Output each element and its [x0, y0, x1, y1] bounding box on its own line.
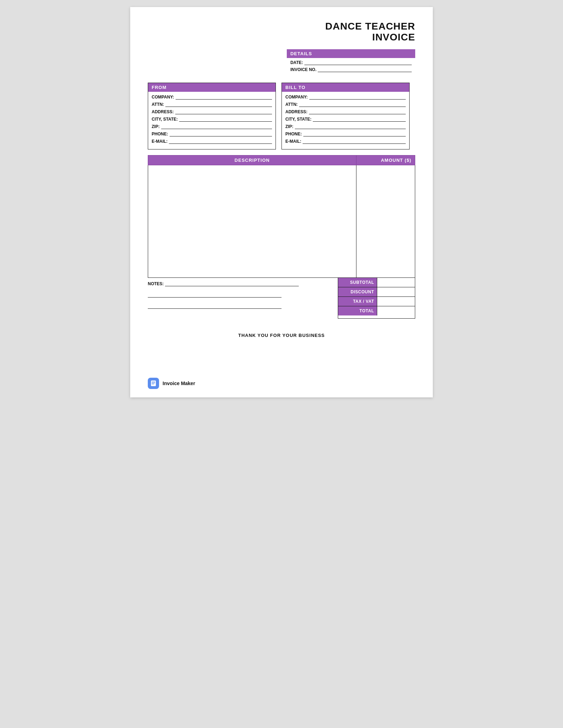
- details-section: DETAILS DATE: INVOICE NO.: [287, 49, 415, 76]
- invoice-no-row: INVOICE NO.: [290, 67, 412, 72]
- billto-zip-underline: [295, 124, 406, 129]
- invoice-page: DANCE TEACHER INVOICE DETAILS DATE: INVO…: [130, 7, 433, 397]
- total-label: TOTAL: [338, 306, 377, 315]
- billto-address-label: ADDRESS:: [285, 109, 308, 114]
- billto-zip-row: ZIP:: [285, 124, 406, 129]
- billto-box: BILL TO COMPANY: ATTN: ADDRESS: CITY, ST…: [282, 83, 410, 149]
- from-billto-section: FROM COMPANY: ATTN: ADDRESS: CITY, STATE…: [148, 83, 415, 149]
- discount-row: DISCOUNT: [338, 287, 415, 297]
- notes-label: NOTES:: [148, 281, 164, 286]
- billto-company-row: COMPANY:: [285, 95, 406, 100]
- tax-row: TAX / VAT: [338, 297, 415, 306]
- billto-email-underline: [303, 139, 406, 144]
- from-email-label: E-MAIL:: [152, 139, 167, 144]
- from-address-row: ADDRESS:: [152, 109, 272, 114]
- subtotal-row: SUBTOTAL: [338, 278, 415, 287]
- table-header-row: DESCRIPTION AMOUNT ($): [148, 155, 415, 165]
- billto-phone-label: PHONE:: [285, 132, 302, 136]
- billto-attn-label: ATTN:: [285, 102, 298, 107]
- app-name: Invoice Maker: [163, 381, 195, 386]
- subtotal-value: [377, 278, 415, 287]
- billto-phone-underline: [303, 132, 406, 136]
- from-phone-label: PHONE:: [152, 132, 168, 136]
- from-attn-underline: [165, 102, 272, 107]
- from-address-label: ADDRESS:: [152, 109, 174, 114]
- notes-underline: [165, 281, 299, 286]
- invoice-table: DESCRIPTION AMOUNT ($): [148, 155, 415, 278]
- totals-box: SUBTOTAL DISCOUNT TAX / VAT TOTAL: [338, 278, 415, 319]
- thank-you-text: THANK YOU FOR YOUR BUSINESS: [148, 333, 415, 338]
- from-company-underline: [176, 95, 272, 100]
- from-company-label: COMPANY:: [152, 95, 174, 100]
- billto-attn-underline: [299, 102, 406, 107]
- billto-phone-row: PHONE:: [285, 132, 406, 136]
- date-underline: [304, 60, 412, 65]
- title-line2: INVOICE: [372, 32, 415, 43]
- footer: Invoice Maker: [148, 378, 195, 389]
- from-phone-row: PHONE:: [152, 132, 272, 136]
- details-body: DATE: INVOICE NO.: [287, 58, 415, 76]
- from-citystate-underline: [179, 117, 272, 122]
- total-value: [377, 306, 415, 315]
- billto-address-underline: [309, 109, 406, 114]
- billto-address-row: ADDRESS:: [285, 109, 406, 114]
- billto-company-underline: [309, 95, 406, 100]
- notes-area: NOTES:: [148, 278, 338, 319]
- from-phone-underline: [170, 132, 272, 136]
- invoice-no-label: INVOICE NO.: [290, 67, 316, 72]
- from-body: COMPANY: ATTN: ADDRESS: CITY, STATE: ZIP…: [148, 92, 276, 149]
- svg-rect-0: [151, 381, 156, 386]
- svg-rect-3: [152, 384, 154, 384]
- subtotal-label: SUBTOTAL: [338, 278, 377, 287]
- discount-label: DISCOUNT: [338, 287, 377, 296]
- from-citystate-row: CITY, STATE:: [152, 117, 272, 122]
- svg-rect-2: [152, 383, 155, 383]
- billto-zip-label: ZIP:: [285, 124, 293, 129]
- from-email-underline: [169, 139, 272, 144]
- amt-cell: [356, 165, 415, 277]
- notes-blank-1: [148, 293, 282, 298]
- billto-header: BILL TO: [282, 83, 409, 92]
- from-box: FROM COMPANY: ATTN: ADDRESS: CITY, STATE…: [148, 83, 276, 149]
- notes-blank-2: [148, 304, 282, 309]
- from-company-row: COMPANY:: [152, 95, 272, 100]
- details-header: DETAILS: [287, 49, 415, 58]
- from-email-row: E-MAIL:: [152, 139, 272, 144]
- from-attn-row: ATTN:: [152, 102, 272, 107]
- from-address-underline: [175, 109, 272, 114]
- from-zip-underline: [161, 124, 272, 129]
- from-zip-label: ZIP:: [152, 124, 160, 129]
- date-row: DATE:: [290, 60, 412, 65]
- invoice-maker-icon: [150, 380, 157, 387]
- desc-cell: [148, 165, 356, 277]
- billto-attn-row: ATTN:: [285, 102, 406, 107]
- table-body-row: [148, 165, 415, 277]
- svg-rect-1: [152, 382, 155, 382]
- bottom-section: NOTES: SUBTOTAL DISCOUNT TAX / VAT TOTAL: [148, 278, 415, 319]
- tax-label: TAX / VAT: [338, 297, 377, 306]
- from-zip-row: ZIP:: [152, 124, 272, 129]
- app-icon: [148, 378, 159, 389]
- billto-citystate-row: CITY, STATE:: [285, 117, 406, 122]
- from-attn-label: ATTN:: [152, 102, 164, 107]
- amt-column-header: AMOUNT ($): [356, 155, 415, 165]
- invoice-no-underline: [318, 67, 412, 72]
- billto-email-label: E-MAIL:: [285, 139, 301, 144]
- tax-value: [377, 297, 415, 306]
- title-line1: DANCE TEACHER: [325, 21, 415, 32]
- discount-value: [377, 287, 415, 296]
- billto-citystate-label: CITY, STATE:: [285, 117, 311, 122]
- from-citystate-label: CITY, STATE:: [152, 117, 178, 122]
- billto-citystate-underline: [313, 117, 406, 122]
- notes-row: NOTES:: [148, 281, 338, 286]
- desc-column-header: DESCRIPTION: [148, 155, 356, 165]
- invoice-title: DANCE TEACHER INVOICE: [148, 21, 415, 43]
- from-header: FROM: [148, 83, 276, 92]
- billto-email-row: E-MAIL:: [285, 139, 406, 144]
- date-label: DATE:: [290, 60, 303, 65]
- billto-body: COMPANY: ATTN: ADDRESS: CITY, STATE: ZIP…: [282, 92, 409, 149]
- billto-company-label: COMPANY:: [285, 95, 308, 100]
- total-row: TOTAL: [338, 306, 415, 315]
